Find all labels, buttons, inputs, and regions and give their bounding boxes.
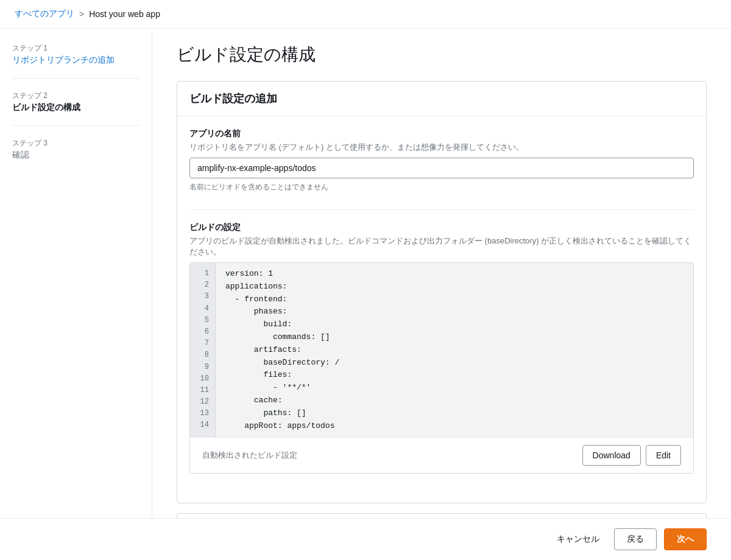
back-button[interactable]: 戻る [614, 528, 657, 550]
app-name-section: アプリの名前 リポジトリ名をアプリ名 (デフォルト) として使用するか、または想… [189, 128, 694, 192]
sidebar: ステップ 1 リポジトリブランチの追加 ステップ 2 ビルド設定の構成 ステップ… [0, 29, 152, 518]
step2-title: ビルド設定の構成 [12, 102, 139, 113]
build-settings-description: アプリのビルド設定が自動検出されました。ビルドコマンドおよび出力フォルダー (b… [189, 236, 694, 257]
step1-label: ステップ 1 [12, 43, 139, 54]
step3-label: ステップ 3 [12, 138, 139, 149]
build-settings-label: ビルドの設定 [189, 222, 694, 233]
app-name-hint: 名前にピリオドを含めることはできません [189, 182, 694, 192]
download-button[interactable]: Download [582, 445, 641, 466]
sidebar-divider-1 [12, 78, 139, 79]
sidebar-divider-2 [12, 125, 139, 126]
breadcrumb-current-page: Host your web app [89, 9, 160, 19]
code-editor-wrapper: 1 2 3 4 5 6 7 8 9 10 [189, 262, 694, 474]
app-name-label: アプリの名前 [189, 128, 694, 139]
line-numbers: 1 2 3 4 5 6 7 8 9 10 [190, 263, 216, 437]
sidebar-step-1: ステップ 1 リポジトリブランチの追加 [12, 43, 139, 66]
sidebar-step-2: ステップ 2 ビルド設定の構成 [12, 91, 139, 113]
breadcrumb-separator: > [79, 9, 84, 19]
code-footer: 自動検出されたビルド設定 Download Edit [190, 437, 693, 473]
app-name-input[interactable] [189, 158, 694, 178]
card-header: ビルド設定の追加 [177, 82, 706, 116]
code-content: version: 1 applications: - frontend: pha… [216, 263, 693, 437]
card-title: ビルド設定の追加 [189, 91, 694, 106]
page-title: ビルド設定の構成 [177, 43, 707, 66]
breadcrumb: すべてのアプリ > Host your web app [0, 0, 731, 29]
code-footer-label: 自動検出されたビルド設定 [202, 450, 297, 461]
edit-button[interactable]: Edit [646, 445, 681, 466]
step2-label: ステップ 2 [12, 91, 139, 101]
code-editor: 1 2 3 4 5 6 7 8 9 10 [190, 263, 693, 437]
breadcrumb-link[interactable]: すべてのアプリ [15, 9, 74, 19]
next-button[interactable]: 次へ [664, 528, 707, 550]
card-body: アプリの名前 リポジトリ名をアプリ名 (デフォルト) として使用するか、または想… [177, 116, 706, 503]
content-area: ビルド設定の構成 ビルド設定の追加 アプリの名前 リポジトリ名をアプリ名 (デフ… [152, 29, 731, 518]
code-footer-buttons: Download Edit [582, 445, 681, 466]
action-bar: キャンセル 戻る 次へ [0, 518, 731, 560]
step3-title: 確認 [12, 150, 139, 161]
build-settings-section: ビルドの設定 アプリのビルド設定が自動検出されました。ビルドコマンドおよび出力フ… [189, 222, 694, 474]
sidebar-step-3: ステップ 3 確認 [12, 138, 139, 161]
section-divider [189, 209, 694, 210]
app-name-description: リポジトリ名をアプリ名 (デフォルト) として使用するか、または想像力を発揮して… [189, 142, 694, 153]
step1-title[interactable]: リポジトリブランチの追加 [12, 55, 139, 66]
cancel-button[interactable]: キャンセル [549, 529, 607, 550]
advanced-settings-section: ► Advanced settings [177, 513, 707, 518]
main-card: ビルド設定の追加 アプリの名前 リポジトリ名をアプリ名 (デフォルト) として使… [177, 81, 707, 503]
